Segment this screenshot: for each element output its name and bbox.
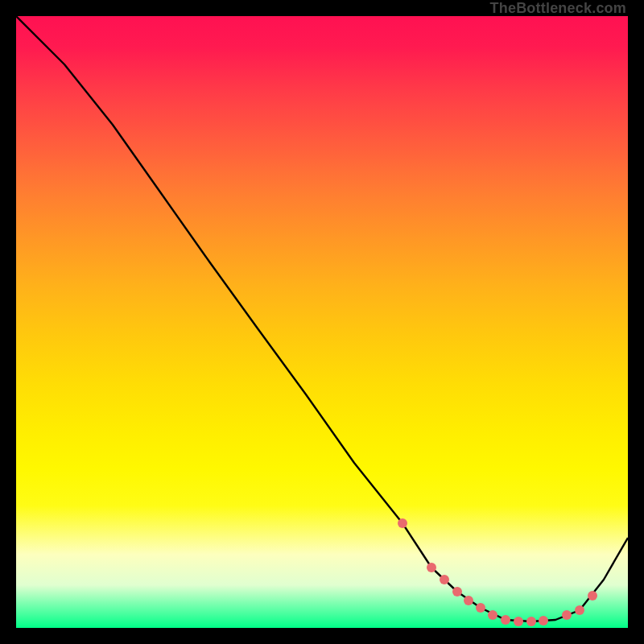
svg-point-8 [514,617,523,626]
svg-point-1 [427,563,436,572]
plot-area [16,16,628,628]
svg-point-2 [440,575,449,584]
svg-point-10 [539,616,548,625]
svg-point-0 [398,518,407,528]
highlight-dots [398,518,597,626]
svg-point-5 [476,603,485,613]
svg-point-12 [575,605,584,615]
svg-point-3 [452,587,462,597]
svg-point-6 [488,610,497,620]
svg-point-4 [464,596,473,605]
svg-point-7 [501,615,510,625]
watermark-text: TheBottleneck.com [490,0,626,17]
svg-point-11 [562,610,572,620]
bottleneck-curve [16,16,628,621]
curve-layer [16,16,628,628]
svg-point-9 [526,617,536,626]
chart-stage: TheBottleneck.com [0,0,644,644]
svg-point-13 [588,591,597,601]
